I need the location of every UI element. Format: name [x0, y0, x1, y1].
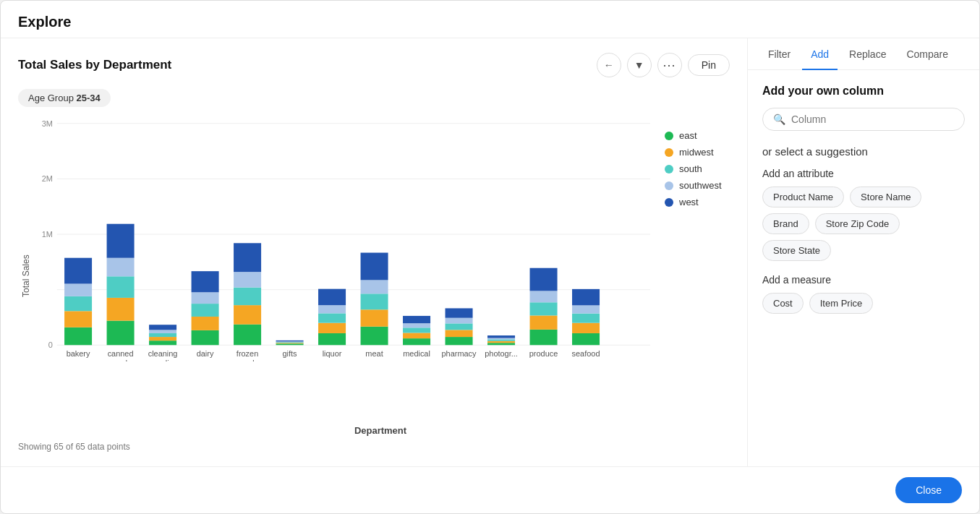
tab-filter[interactable]: Filter: [759, 38, 799, 70]
bar-segment-bakery-midwest: [64, 311, 92, 327]
bar-segment-dairy-southwest: [192, 292, 219, 304]
or-select-label: or select a suggestion: [762, 145, 965, 158]
bar-segment-bakery-south: [64, 296, 92, 311]
bar-segment-photogr...-east: [487, 343, 515, 345]
x-label-produce: produce: [529, 349, 558, 358]
column-search-box[interactable]: 🔍: [762, 108, 965, 131]
pin-button[interactable]: Pin: [688, 54, 730, 76]
search-icon: 🔍: [773, 113, 785, 125]
measure-chip-item-price[interactable]: Item Price: [809, 293, 874, 314]
chart-inner: 3M 2M 1M 0 bakerycannedgoodscleaningsupp…: [31, 116, 730, 436]
attribute-chip-store-zip-code[interactable]: Store Zip Code: [815, 213, 900, 234]
bar-segment-photogr...-west: [487, 335, 515, 338]
bar-segment-canned-goods-south: [107, 276, 135, 298]
svg-text:2M: 2M: [42, 174, 53, 183]
svg-text:3M: 3M: [42, 119, 53, 128]
bar-segment-bakery-southwest: [64, 283, 92, 296]
chart-container: Total Sales: [18, 116, 730, 436]
more-options-button[interactable]: ⋯: [657, 53, 682, 77]
x-label-pharmacy: pharmacy: [442, 349, 477, 358]
close-button[interactable]: Close: [895, 477, 962, 503]
legend-item-southwest: southwest: [665, 180, 723, 191]
bar-segment-photogr...-midwest: [487, 341, 515, 343]
bar-segment-seafood-midwest: [572, 323, 600, 333]
add-measure-label: Add a measure: [762, 274, 965, 286]
bottom-bar: Close: [1, 466, 979, 513]
add-attribute-label: Add an attribute: [762, 168, 965, 179]
x-label-frozen-goods: goods: [237, 359, 258, 361]
legend-dot-southwest: [665, 181, 673, 190]
x-label-cleaning-supplies: supplies: [148, 359, 178, 361]
legend-label-midwest: midwest: [679, 147, 714, 158]
bar-segment-gifts-east: [276, 343, 304, 345]
bar-segment-seafood-east: [572, 333, 600, 345]
chart-area: Total Sales by Department ← ▼ ⋯ Pin Age …: [1, 38, 748, 466]
measure-chip-cost[interactable]: Cost: [762, 293, 804, 314]
chart-controls: ← ▼ ⋯ Pin: [597, 53, 730, 77]
bar-segment-cleaning-supplies-east: [149, 340, 176, 345]
bar-segment-frozen-goods-east: [234, 325, 261, 346]
bar-segment-medical-east: [403, 338, 430, 345]
legend-item-west: west: [665, 197, 723, 207]
bar-segment-canned-goods-midwest: [107, 298, 135, 321]
bar-segment-dairy-east: [192, 330, 219, 345]
filter-badge-prefix: Age Group: [28, 93, 74, 103]
x-label-medical: medical: [403, 349, 430, 358]
main-content: Total Sales by Department ← ▼ ⋯ Pin Age …: [1, 38, 979, 466]
bar-segment-produce-south: [530, 302, 558, 315]
tab-compare[interactable]: Compare: [898, 38, 957, 70]
bar-segment-liquor-west: [318, 289, 346, 305]
bar-segment-seafood-south: [572, 314, 600, 323]
chart-title: Total Sales by Department: [18, 58, 171, 72]
bar-segment-pharmacy-east: [446, 337, 473, 345]
bar-segment-meat-south: [361, 294, 388, 309]
x-label-frozen-goods: frozen: [237, 349, 258, 358]
svg-text:0: 0: [48, 340, 53, 349]
add-column-title: Add your own column: [762, 85, 965, 98]
x-label-gifts: gifts: [283, 349, 298, 358]
bar-segment-dairy-west: [192, 271, 219, 292]
bar-segment-produce-southwest: [530, 291, 558, 302]
bar-segment-cleaning-supplies-west: [149, 325, 176, 330]
x-label-dairy: dairy: [197, 349, 214, 358]
tab-add[interactable]: Add: [802, 38, 838, 70]
bar-segment-cleaning-supplies-midwest: [149, 337, 176, 340]
legend-dot-west: [665, 198, 673, 207]
bar-segment-frozen-goods-south: [234, 288, 261, 306]
bar-segment-canned-goods-west: [107, 224, 135, 258]
attribute-chip-brand[interactable]: Brand: [762, 213, 809, 234]
tabs: FilterAddReplaceCompare: [748, 38, 979, 70]
bar-segment-cleaning-supplies-southwest: [149, 330, 176, 333]
legend-item-midwest: midwest: [665, 147, 723, 158]
bar-segment-photogr...-south: [487, 339, 515, 340]
x-label-canned-goods: goods: [110, 359, 132, 361]
legend-dot-south: [665, 165, 673, 174]
column-search-input[interactable]: [791, 113, 954, 125]
bar-segment-pharmacy-west: [446, 308, 473, 317]
bar-segment-liquor-southwest: [318, 305, 346, 313]
bar-segment-produce-east: [530, 330, 558, 345]
tab-replace[interactable]: Replace: [840, 38, 895, 70]
y-axis-label: Total Sales: [18, 116, 31, 436]
attribute-chip-store-name[interactable]: Store Name: [850, 187, 921, 207]
bar-segment-liquor-east: [318, 333, 346, 345]
x-label-seafood: seafood: [572, 349, 600, 358]
measure-chips: CostItem Price: [762, 293, 965, 314]
bar-segment-dairy-midwest: [192, 317, 219, 330]
bar-segment-pharmacy-southwest: [446, 318, 473, 324]
bar-segment-frozen-goods-west: [234, 243, 261, 272]
bar-segment-liquor-south: [318, 313, 346, 322]
chart-with-legend: 3M 2M 1M 0 bakerycannedgoodscleaningsupp…: [31, 116, 730, 421]
bar-segment-liquor-midwest: [318, 323, 346, 333]
dropdown-button[interactable]: ▼: [627, 53, 652, 77]
attribute-chip-product-name[interactable]: Product Name: [762, 187, 844, 207]
bar-segment-bakery-east: [64, 327, 92, 346]
bar-segment-photogr...-southwest: [487, 338, 515, 340]
x-label-meat: meat: [365, 349, 383, 358]
bar-segment-cleaning-supplies-south: [149, 333, 176, 337]
bar-segment-meat-west: [361, 253, 388, 280]
attribute-chip-store-state[interactable]: Store State: [762, 240, 831, 261]
bar-segment-frozen-goods-southwest: [234, 272, 261, 287]
back-button[interactable]: ←: [597, 53, 621, 77]
attribute-chips: Product NameStore NameBrandStore Zip Cod…: [762, 187, 965, 261]
